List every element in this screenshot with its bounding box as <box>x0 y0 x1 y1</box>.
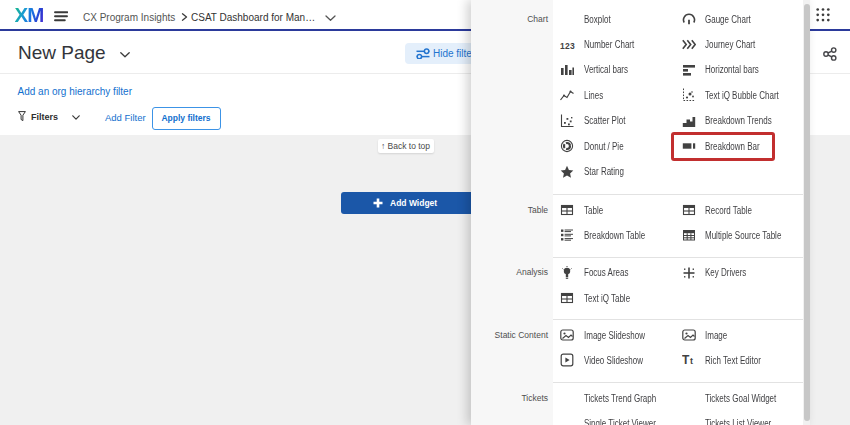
svg-text:T: T <box>682 353 690 367</box>
svg-text:123: 123 <box>560 40 575 50</box>
svg-text:t: t <box>690 356 693 366</box>
